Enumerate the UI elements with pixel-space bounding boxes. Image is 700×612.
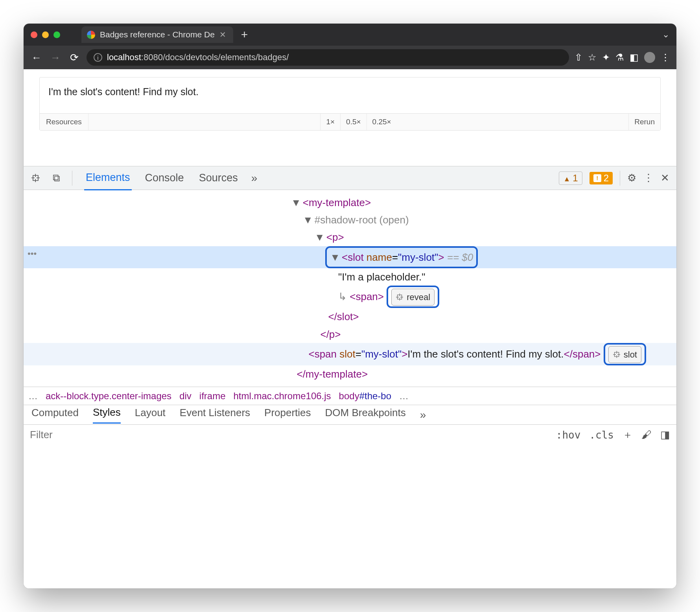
chrome-icon xyxy=(87,31,95,39)
tab-console[interactable]: Console xyxy=(144,166,186,190)
dom-row[interactable]: ▼#shadow-root (open) xyxy=(24,211,676,229)
dom-row-hover[interactable]: <span slot="my-slot">I'm the slot's cont… xyxy=(24,343,676,365)
breadcrumb-item[interactable]: html.mac.chrome106.js xyxy=(234,391,331,402)
breadcrumb-bar: … ack--block.type.center-images div ifra… xyxy=(24,387,676,405)
reload-button[interactable]: ⟳ xyxy=(68,52,81,64)
zoom-025x-button[interactable]: 0.25× xyxy=(367,114,397,130)
dom-row[interactable]: ▼<p> xyxy=(24,229,676,246)
reveal-badge[interactable]: ⯐reveal xyxy=(391,289,435,306)
kebab-menu-icon[interactable]: ⋮ xyxy=(643,172,654,184)
tab-sources[interactable]: Sources xyxy=(197,166,239,190)
slot-badge[interactable]: ⯐slot xyxy=(608,346,641,363)
hov-toggle[interactable]: :hov xyxy=(556,429,581,441)
paint-icon[interactable]: 🖌 xyxy=(641,429,652,441)
close-window-button[interactable] xyxy=(31,31,37,38)
page-content: I'm the slot's content! Find my slot. Re… xyxy=(24,69,676,131)
tab-elements[interactable]: Elements xyxy=(84,166,132,190)
dom-row[interactable]: ▼<my-template> xyxy=(24,194,676,211)
separator xyxy=(620,171,620,186)
new-tab-button[interactable]: + xyxy=(241,28,248,41)
dom-row[interactable]: </my-template> xyxy=(24,365,676,383)
resources-button[interactable]: Resources xyxy=(40,114,88,130)
highlighted-slot-badge: ⯐slot xyxy=(604,343,646,365)
browser-window: Badges reference - Chrome De ✕ + ⌄ ← → ⟳… xyxy=(24,24,676,588)
zoom-05x-button[interactable]: 0.5× xyxy=(340,114,367,130)
warning-icon xyxy=(563,173,570,184)
bookmark-icon[interactable]: ☆ xyxy=(588,52,597,63)
menu-icon[interactable]: ⋮ xyxy=(661,52,670,63)
labs-icon[interactable]: ⚗ xyxy=(615,52,624,63)
zoom-1x-button[interactable]: 1× xyxy=(320,114,340,130)
dom-row[interactable]: </slot> xyxy=(24,308,676,325)
tab-styles[interactable]: Styles xyxy=(93,406,121,424)
breadcrumb-overflow-right[interactable]: … xyxy=(399,391,409,402)
dom-row[interactable]: "I'm a placeholder." xyxy=(24,268,676,286)
tab-computed[interactable]: Computed xyxy=(31,407,79,423)
styles-tabbar: Computed Styles Layout Event Listeners P… xyxy=(24,405,676,424)
tab-event-listeners[interactable]: Event Listeners xyxy=(180,407,250,423)
select-icon: ⯐ xyxy=(613,347,621,362)
tab-dom-breakpoints[interactable]: DOM Breakpoints xyxy=(325,407,406,423)
select-icon: ⯐ xyxy=(396,290,404,304)
cls-toggle[interactable]: .cls xyxy=(589,429,614,441)
panel-icon[interactable]: ◧ xyxy=(630,52,639,63)
site-info-icon[interactable]: i xyxy=(94,53,102,62)
dom-row-selected[interactable]: ••• ▼<slot name="my-slot"> == $0 xyxy=(24,246,676,268)
breadcrumb-item[interactable]: iframe xyxy=(199,391,226,402)
breadcrumb-overflow-left[interactable]: … xyxy=(28,391,38,402)
demo-card: I'm the slot's content! Find my slot. Re… xyxy=(39,77,661,131)
inspect-icon[interactable]: ⯐ xyxy=(31,172,41,184)
breadcrumb-item[interactable]: body#the-bo xyxy=(339,391,391,402)
separator xyxy=(72,171,72,186)
tab-properties[interactable]: Properties xyxy=(264,407,311,423)
minimize-window-button[interactable] xyxy=(42,31,49,38)
dom-row[interactable]: ↳ <span> ⯐reveal xyxy=(24,286,676,308)
more-styles-tabs-icon[interactable]: » xyxy=(420,409,426,421)
rerun-button[interactable]: Rerun xyxy=(628,114,660,130)
devtools-panel: ⯐ ⧉ Elements Console Sources » 1 !2 ⚙ ⋮ … xyxy=(24,166,676,588)
errors-badge[interactable]: !2 xyxy=(589,172,613,184)
content-area: I'm the slot's content! Find my slot. Re… xyxy=(24,69,676,588)
slot-content-text: I'm the slot's content! Find my slot. xyxy=(40,77,660,113)
url-path: :8080/docs/devtools/elements/badges/ xyxy=(141,52,289,62)
dom-row[interactable]: </p> xyxy=(24,326,676,343)
ellipsis-icon[interactable]: ••• xyxy=(28,246,37,261)
back-button[interactable]: ← xyxy=(30,52,43,64)
forward-button[interactable]: → xyxy=(49,52,62,64)
tab-strip: Badges reference - Chrome De ✕ + xyxy=(81,24,248,46)
close-devtools-icon[interactable]: ✕ xyxy=(661,172,669,184)
url-host: localhost xyxy=(107,52,141,62)
maximize-window-button[interactable] xyxy=(53,31,60,38)
devtools-tabbar: ⯐ ⧉ Elements Console Sources » 1 !2 ⚙ ⋮ … xyxy=(24,166,676,190)
tab-layout[interactable]: Layout xyxy=(135,407,166,423)
styles-filter-input[interactable] xyxy=(30,429,547,441)
breadcrumb-item[interactable]: div xyxy=(179,391,192,402)
profile-avatar[interactable] xyxy=(644,52,655,63)
error-icon: ! xyxy=(593,174,601,182)
warnings-badge[interactable]: 1 xyxy=(559,171,582,185)
new-style-rule-icon[interactable]: ＋ xyxy=(623,428,633,442)
breadcrumb-item[interactable]: ack--block.type.center-images xyxy=(46,391,171,402)
titlebar: Badges reference - Chrome De ✕ + ⌄ xyxy=(24,24,676,46)
demo-card-footer: Resources 1× 0.5× 0.25× Rerun xyxy=(40,113,660,130)
device-toolbar-icon[interactable]: ⧉ xyxy=(53,172,60,184)
share-icon[interactable]: ⇧ xyxy=(575,52,582,63)
extensions-icon[interactable]: ✦ xyxy=(602,52,610,63)
highlighted-reveal-badge: ⯐reveal xyxy=(387,286,439,308)
close-tab-icon[interactable]: ✕ xyxy=(219,30,226,39)
styles-filter-bar: :hov .cls ＋ 🖌 ◨ xyxy=(24,424,676,445)
highlighted-slot-element: ▼<slot name="my-slot"> == $0 xyxy=(325,246,478,268)
window-controls xyxy=(31,31,60,38)
settings-icon[interactable]: ⚙ xyxy=(627,172,636,184)
toolbar: ← → ⟳ i localhost:8080/docs/devtools/ele… xyxy=(24,46,676,69)
tab-title: Badges reference - Chrome De xyxy=(100,30,215,39)
tab-list-button[interactable]: ⌄ xyxy=(662,29,669,40)
panel-toggle-icon[interactable]: ◨ xyxy=(660,429,670,441)
address-bar[interactable]: i localhost:8080/docs/devtools/elements/… xyxy=(87,49,569,66)
more-tabs-icon[interactable]: » xyxy=(251,172,258,184)
browser-tab[interactable]: Badges reference - Chrome De ✕ xyxy=(81,26,233,43)
dom-tree: ▼<my-template> ▼#shadow-root (open) ▼<p>… xyxy=(24,190,676,387)
